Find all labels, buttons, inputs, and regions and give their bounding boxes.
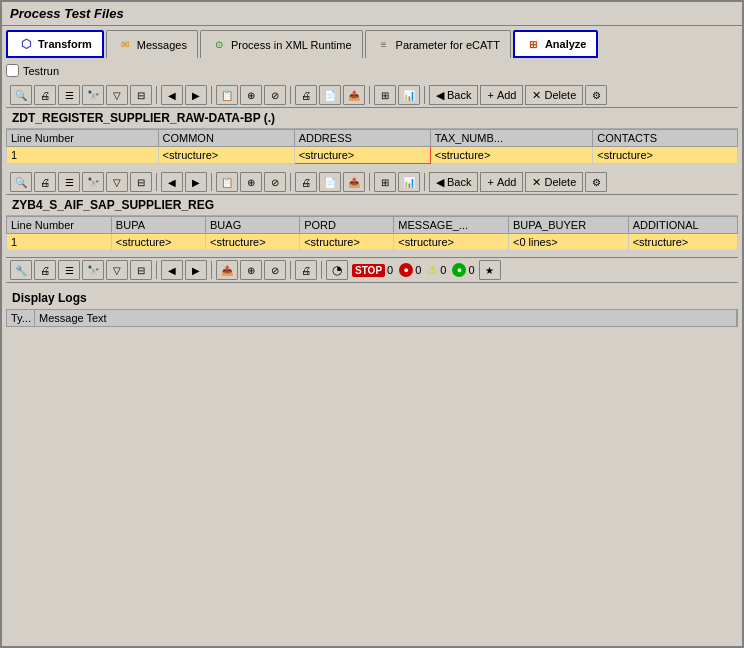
s1-print-btn[interactable]: 🖨 [34, 85, 56, 105]
s2-binoculars-btn[interactable]: 🔭 [82, 172, 104, 192]
error-icon: ● [399, 263, 413, 277]
s1-export2-btn[interactable]: 📤 [343, 85, 365, 105]
s1-export-btn[interactable]: 📋 [216, 85, 238, 105]
s1-cell-common: <structure> [158, 147, 294, 164]
s2-export-btn[interactable]: 📋 [216, 172, 238, 192]
s1-left-btn[interactable]: ◀ [161, 85, 183, 105]
tab-analyze[interactable]: ⊞ Analyze [513, 30, 599, 58]
tab-parameter-label: Parameter for eCATT [396, 39, 500, 51]
s2-list-btn[interactable]: ☰ [58, 172, 80, 192]
s2-copy-btn[interactable]: ⊕ [240, 172, 262, 192]
s1-print2-btn[interactable]: 🖨 [295, 85, 317, 105]
logs-col-type-header: Ty... [7, 310, 35, 326]
s2-left-btn[interactable]: ◀ [161, 172, 183, 192]
bt-sep3 [290, 261, 291, 279]
s2-export2-btn[interactable]: 📤 [343, 172, 365, 192]
s2-filter-btn[interactable]: ▽ [106, 172, 128, 192]
s1-sep4 [369, 86, 370, 104]
s2-back-btn[interactable]: ◀ Back [429, 172, 478, 192]
bt-right-btn[interactable]: ▶ [185, 260, 207, 280]
s2-cell-pord: <structure> [300, 234, 394, 251]
bt-filter-btn[interactable]: ▽ [106, 260, 128, 280]
section2-table-container: Line Number BUPA BUAG PORD MESSAGE_... B… [6, 216, 738, 251]
s1-col-line: Line Number [7, 130, 159, 147]
s2-zoom-btn[interactable]: 🔍 [10, 172, 32, 192]
s1-sep2 [211, 86, 212, 104]
s2-filter2-btn[interactable]: ⊟ [130, 172, 152, 192]
window-title: Process Test Files [10, 6, 124, 21]
s1-copy-btn[interactable]: ⊕ [240, 85, 262, 105]
s1-row-1[interactable]: 1 <structure> <structure> <structure> <s… [7, 147, 738, 164]
content-area: Testrun 🔍 🖨 ☰ 🔭 ▽ ⊟ ◀ ▶ 📋 ⊕ ⊘ 🖨 📄 [2, 58, 742, 646]
bt-pie-btn[interactable]: ◔ [326, 260, 348, 280]
bt-binoculars-btn[interactable]: 🔭 [82, 260, 104, 280]
bt-copy-btn[interactable]: ⊕ [240, 260, 262, 280]
s2-sep5 [424, 173, 425, 191]
s2-add-btn[interactable]: + Add [480, 172, 523, 192]
s2-delete-label: Delete [544, 176, 576, 188]
title-bar: Process Test Files [2, 2, 742, 26]
bt-print2-btn[interactable]: 🖨 [295, 260, 317, 280]
s2-paste-btn[interactable]: ⊘ [264, 172, 286, 192]
s1-paste-btn[interactable]: ⊘ [264, 85, 286, 105]
tab-transform[interactable]: ⬡ Transform [6, 30, 104, 58]
bt-print-btn[interactable]: 🖨 [34, 260, 56, 280]
s1-binoculars-btn[interactable]: 🔭 [82, 85, 104, 105]
s1-right-btn[interactable]: ▶ [185, 85, 207, 105]
s2-add-label: Add [497, 176, 517, 188]
analyze-icon: ⊞ [525, 36, 541, 52]
bt-paste-btn[interactable]: ⊘ [264, 260, 286, 280]
s2-right-btn[interactable]: ▶ [185, 172, 207, 192]
s1-sep1 [156, 86, 157, 104]
error-count: 0 [415, 264, 421, 276]
testrun-row: Testrun [6, 62, 738, 79]
error-badge: ● 0 [399, 263, 421, 277]
bt-wrench-btn[interactable]: 🔧 [10, 260, 32, 280]
s2-add-icon: + [487, 176, 493, 188]
s2-col-pord: PORD [300, 217, 394, 234]
tab-parameter[interactable]: ≡ Parameter for eCATT [365, 30, 511, 58]
s1-grid-btn[interactable]: ⊞ [374, 85, 396, 105]
s2-delete-icon: ✕ [532, 176, 541, 189]
s1-col-address: ADDRESS [294, 130, 430, 147]
s2-col-bupa: BUPA [111, 217, 205, 234]
s2-settings-btn[interactable]: ⚙ [585, 172, 607, 192]
stop-icon: STOP [352, 264, 385, 277]
s2-cell-buag: <structure> [206, 234, 300, 251]
s2-col-bupa-buyer: BUPA_BUYER [508, 217, 628, 234]
s1-chart-btn[interactable]: 📊 [398, 85, 420, 105]
s1-filter2-btn[interactable]: ⊟ [130, 85, 152, 105]
transform-icon: ⬡ [18, 36, 34, 52]
bt-export-btn[interactable]: 📤 [216, 260, 238, 280]
bt-star-btn[interactable]: ★ [479, 260, 501, 280]
s1-cell-address: <structure> [294, 147, 430, 164]
testrun-checkbox[interactable] [6, 64, 19, 77]
s2-grid-btn[interactable]: ⊞ [374, 172, 396, 192]
s2-pdf-btn[interactable]: 📄 [319, 172, 341, 192]
s1-pdf-btn[interactable]: 📄 [319, 85, 341, 105]
bt-list-btn[interactable]: ☰ [58, 260, 80, 280]
tab-messages[interactable]: ✉ Messages [106, 30, 198, 58]
s1-add-label: Add [497, 89, 517, 101]
s2-print2-btn[interactable]: 🖨 [295, 172, 317, 192]
s1-back-btn[interactable]: ◀ Back [429, 85, 478, 105]
process-xml-icon: ⊙ [211, 37, 227, 53]
s1-settings-btn[interactable]: ⚙ [585, 85, 607, 105]
tab-process-xml[interactable]: ⊙ Process in XML Runtime [200, 30, 363, 58]
s1-filter-btn[interactable]: ▽ [106, 85, 128, 105]
s2-col-line: Line Number [7, 217, 112, 234]
s2-chart-btn[interactable]: 📊 [398, 172, 420, 192]
s1-add-btn[interactable]: + Add [480, 85, 523, 105]
bt-filter2-btn[interactable]: ⊟ [130, 260, 152, 280]
ok-icon: ● [452, 263, 466, 277]
warning-icon: ⚠ [427, 263, 438, 277]
s2-delete-btn[interactable]: ✕ Delete [525, 172, 583, 192]
s2-row-1[interactable]: 1 <structure> <structure> <structure> <s… [7, 234, 738, 251]
bt-left-btn[interactable]: ◀ [161, 260, 183, 280]
s2-print-btn[interactable]: 🖨 [34, 172, 56, 192]
s1-delete-btn[interactable]: ✕ Delete [525, 85, 583, 105]
s1-back-arrow: ◀ [436, 89, 444, 102]
bottom-toolbar: 🔧 🖨 ☰ 🔭 ▽ ⊟ ◀ ▶ 📤 ⊕ ⊘ 🖨 ◔ STOP 0 ● 0 [6, 257, 738, 283]
s1-zoom-btn[interactable]: 🔍 [10, 85, 32, 105]
s1-list-btn[interactable]: ☰ [58, 85, 80, 105]
